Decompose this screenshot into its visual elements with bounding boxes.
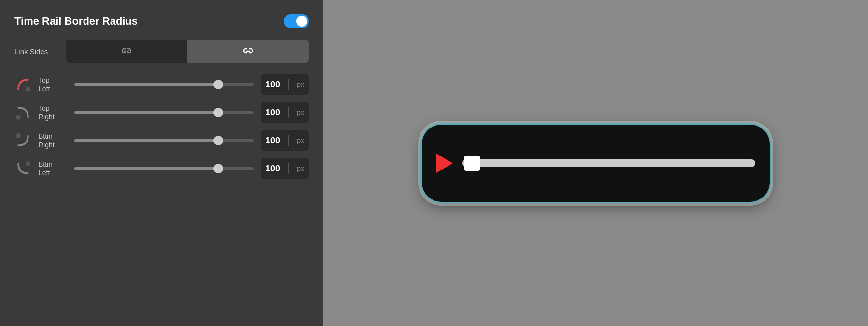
- top-left-track: [74, 83, 254, 86]
- top-right-thumb[interactable]: [213, 108, 223, 117]
- svg-point-3: [26, 87, 30, 92]
- svg-point-6: [26, 161, 30, 166]
- bttm-left-unit: px: [297, 165, 304, 172]
- top-right-label: TopRight: [39, 104, 68, 121]
- right-panel: [323, 0, 868, 326]
- enabled-toggle[interactable]: [284, 14, 309, 28]
- bttm-left-value: 100: [266, 164, 280, 174]
- svg-point-5: [16, 133, 21, 138]
- bttm-right-thumb[interactable]: [213, 136, 223, 145]
- link-button[interactable]: [187, 40, 309, 63]
- slider-row-bttm-right: BttmRight 100 px: [14, 130, 309, 151]
- bttm-left-thumb[interactable]: [213, 164, 223, 173]
- bttm-left-value-box: 100 px: [261, 158, 309, 179]
- panel-header: Time Rail Border Radius: [14, 14, 309, 28]
- player-container: [422, 125, 770, 202]
- svg-point-4: [16, 115, 21, 120]
- bttm-right-value-box: 100 px: [261, 130, 309, 151]
- slider-row-top-right: TopRight 100 px: [14, 102, 309, 123]
- bttm-right-unit: px: [297, 137, 304, 144]
- time-rail[interactable]: [462, 159, 755, 167]
- corner-icon-top-right: [14, 104, 32, 121]
- top-left-thumb[interactable]: [213, 80, 223, 89]
- play-button[interactable]: [436, 154, 453, 173]
- corner-icon-top-left: [14, 76, 32, 93]
- slider-row-bttm-left: BttmLeft 100 px: [14, 158, 309, 179]
- corner-icon-bttm-right: [14, 132, 32, 149]
- bttm-right-label: BttmRight: [39, 132, 68, 149]
- top-right-value: 100: [266, 108, 280, 118]
- bttm-left-label: BttmLeft: [39, 160, 68, 177]
- left-panel: Time Rail Border Radius Link Sides: [0, 0, 323, 326]
- corner-icon-bttm-left: [14, 160, 32, 177]
- top-right-unit: px: [297, 109, 304, 116]
- time-rail-thumb[interactable]: [464, 156, 480, 171]
- top-right-track: [74, 111, 254, 114]
- bttm-right-value: 100: [266, 136, 280, 146]
- bttm-left-track: [74, 167, 254, 170]
- top-right-value-box: 100 px: [261, 102, 309, 123]
- top-left-label: TopLeft: [39, 76, 68, 93]
- unlink-button[interactable]: [66, 40, 187, 63]
- link-sides-label: Link Sides: [14, 47, 58, 56]
- slider-rows: TopLeft 100 px TopRight: [14, 74, 309, 179]
- bttm-right-track: [74, 139, 254, 142]
- svg-line-0: [125, 51, 126, 52]
- top-left-value-box: 100 px: [261, 74, 309, 95]
- top-left-unit: px: [297, 81, 304, 88]
- panel-title: Time Rail Border Radius: [14, 15, 138, 28]
- link-sides-buttons: [66, 40, 309, 63]
- top-left-value: 100: [266, 80, 280, 90]
- slider-row-top-left: TopLeft 100 px: [14, 74, 309, 95]
- link-sides-row: Link Sides: [14, 40, 309, 63]
- svg-line-1: [127, 51, 128, 52]
